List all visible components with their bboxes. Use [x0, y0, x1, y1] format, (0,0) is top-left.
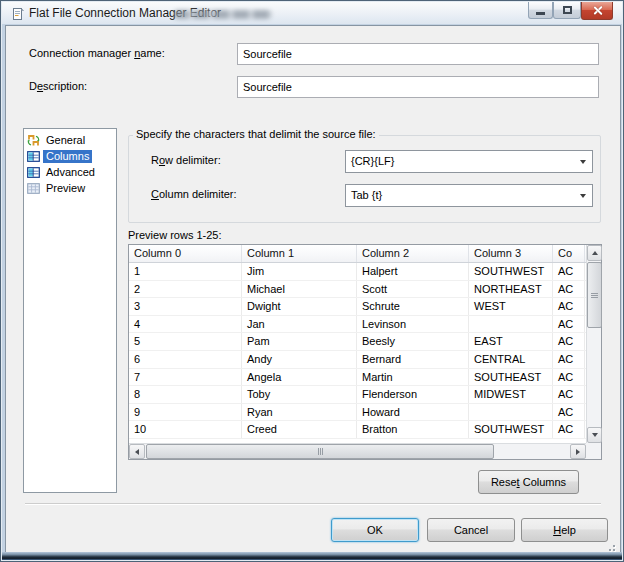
chevron-down-icon: [580, 160, 586, 164]
ok-button[interactable]: OK: [331, 518, 419, 542]
arrow-left-icon: [135, 449, 139, 455]
sidebar-item-preview[interactable]: Preview: [27, 180, 116, 196]
connection-manager-icon: [27, 134, 40, 147]
table-row[interactable]: 1JimHalpertSOUTHWESTAC: [129, 263, 586, 281]
table-cell: 10: [129, 421, 242, 438]
table-cell: SOUTHWEST: [469, 263, 553, 280]
table-row[interactable]: 4JanLevinsonAC: [129, 316, 586, 334]
table-columns-icon: [27, 166, 40, 179]
scrollbar-corner: [586, 443, 601, 459]
vertical-scroll-thumb[interactable]: [587, 262, 602, 328]
table-row[interactable]: 2MichaelScottNORTHEASTAC: [129, 281, 586, 299]
table-row[interactable]: 5PamBeeslyEASTAC: [129, 333, 586, 351]
table-row[interactable]: 10CreedBrattonSOUTHWESTAC: [129, 421, 586, 439]
description-input[interactable]: [237, 76, 599, 98]
table-cell: AC: [553, 404, 585, 421]
table-cell: 4: [129, 316, 242, 333]
table-cell: AC: [553, 369, 585, 386]
column-delimiter-label: Column delimiter:: [151, 188, 237, 200]
scroll-down-button[interactable]: [587, 427, 602, 443]
row-delimiter-combobox[interactable]: {CR}{LF}: [345, 150, 593, 173]
cancel-button[interactable]: Cancel: [427, 518, 515, 542]
dialog-window: Flat File Connection Manager Editor Conn…: [0, 0, 624, 562]
maximize-button[interactable]: [553, 2, 581, 19]
sidebar-item-general[interactable]: General: [27, 132, 116, 148]
table-cell: Schrute: [357, 298, 469, 315]
table-cell: [469, 316, 553, 333]
column-header[interactable]: Column 0: [129, 245, 242, 262]
table-cell: 2: [129, 281, 242, 298]
table-cell: MIDWEST: [469, 386, 553, 403]
table-cell: 5: [129, 333, 242, 350]
footer-divider: [25, 503, 601, 505]
table-row[interactable]: 7AngelaMartinSOUTHEASTAC: [129, 369, 586, 387]
connection-manager-name-input[interactable]: [237, 43, 599, 65]
page-list[interactable]: General Columns Advanced: [23, 128, 117, 493]
table-cell: Andy: [242, 351, 357, 368]
table-cell: Angela: [242, 369, 357, 386]
column-header[interactable]: Co: [553, 245, 585, 262]
table-cell: [469, 404, 553, 421]
scroll-right-button[interactable]: [570, 444, 586, 459]
table-cell: Creed: [242, 421, 357, 438]
table-cell: Michael: [242, 281, 357, 298]
table-cell: Ryan: [242, 404, 357, 421]
table-cell: Jim: [242, 263, 357, 280]
table-cell: EAST: [469, 333, 553, 350]
sidebar-item-advanced[interactable]: Advanced: [27, 164, 116, 180]
table-cell: AC: [553, 351, 585, 368]
table-body: 1JimHalpertSOUTHWESTAC2MichaelScottNORTH…: [129, 263, 586, 439]
reset-columns-button[interactable]: Reset Columns: [478, 470, 579, 494]
row-delimiter-label: Row delimiter:: [151, 154, 221, 166]
thumb-grip-icon: [318, 448, 323, 455]
table-cell: Jan: [242, 316, 357, 333]
table-cell: Levinson: [357, 316, 469, 333]
app-icon[interactable]: [11, 7, 25, 21]
minimize-icon: [536, 12, 545, 15]
redacted-text: [174, 10, 272, 19]
table-cell: Beesly: [357, 333, 469, 350]
scroll-left-button[interactable]: [129, 444, 145, 459]
close-button[interactable]: [581, 2, 613, 20]
table-cell: Halpert: [357, 263, 469, 280]
column-header[interactable]: Column 3: [469, 245, 553, 262]
grid-preview-icon: [27, 182, 40, 195]
vertical-scrollbar[interactable]: [586, 245, 601, 443]
sidebar-item-label: General: [43, 134, 88, 147]
preview-rows-label: Preview rows 1-25:: [128, 229, 222, 241]
table-row[interactable]: 8TobyFlendersonMIDWESTAC: [129, 386, 586, 404]
table-cell: AC: [553, 298, 585, 315]
table-cell: Bratton: [357, 421, 469, 438]
column-header[interactable]: Column 1: [242, 245, 357, 262]
table-cell: AC: [553, 281, 585, 298]
table-cell: Dwight: [242, 298, 357, 315]
table-cell: AC: [553, 316, 585, 333]
preview-table: Column 0Column 1Column 2Column 3Co 1JimH…: [128, 244, 602, 460]
column-delimiter-combobox[interactable]: Tab {t}: [345, 184, 593, 207]
sidebar-item-columns[interactable]: Columns: [27, 148, 116, 164]
minimize-button[interactable]: [528, 2, 553, 19]
description-label: Description:: [29, 80, 87, 92]
maximize-icon: [563, 6, 572, 14]
connection-manager-name-label: Connection manager name:: [29, 47, 165, 59]
table-row[interactable]: 3DwightSchruteWESTAC: [129, 298, 586, 316]
table-cell: Bernard: [357, 351, 469, 368]
scroll-up-button[interactable]: [587, 245, 602, 261]
window-bottom-frame: [2, 552, 622, 560]
table-row[interactable]: 6AndyBernardCENTRALAC: [129, 351, 586, 369]
table-header-row: Column 0Column 1Column 2Column 3Co: [129, 245, 586, 263]
table-cell: AC: [553, 386, 585, 403]
column-header[interactable]: Column 2: [357, 245, 469, 262]
table-columns-icon: [27, 150, 40, 163]
table-cell: AC: [553, 333, 585, 350]
horizontal-scrollbar[interactable]: [129, 443, 586, 459]
table-cell: 6: [129, 351, 242, 368]
table-cell: Howard: [357, 404, 469, 421]
help-button[interactable]: Help: [521, 518, 608, 542]
table-cell: WEST: [469, 298, 553, 315]
table-cell: 8: [129, 386, 242, 403]
table-row[interactable]: 9RyanHowardAC: [129, 404, 586, 422]
sidebar-item-label: Columns: [43, 150, 92, 163]
table-cell: Flenderson: [357, 386, 469, 403]
horizontal-scroll-thumb[interactable]: [146, 444, 494, 459]
